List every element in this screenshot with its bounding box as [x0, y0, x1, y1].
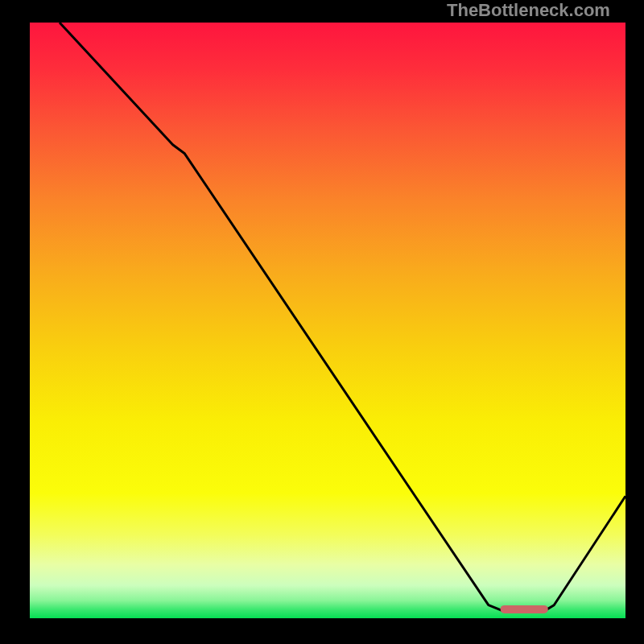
- optimal-range-marker: [501, 605, 548, 613]
- chart-container: TheBottleneck.com: [0, 0, 644, 644]
- plot-background: [30, 23, 625, 618]
- watermark-text: TheBottleneck.com: [447, 0, 610, 21]
- chart-svg: [0, 0, 644, 644]
